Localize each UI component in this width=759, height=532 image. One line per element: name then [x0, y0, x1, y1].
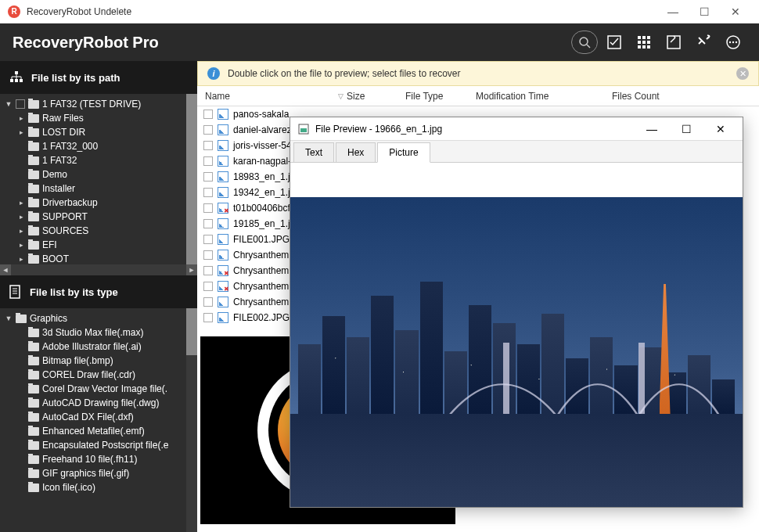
tree-item-label: BOOT: [42, 253, 69, 264]
info-close-button[interactable]: ✕: [736, 67, 749, 80]
tree-item[interactable]: ▸LOST DIR: [0, 125, 197, 139]
minimize-button[interactable]: —: [657, 0, 689, 23]
file-icon: [218, 156, 228, 167]
file-icon: [218, 250, 228, 261]
tab-text[interactable]: Text: [293, 142, 334, 162]
scroll-left-icon[interactable]: ◄: [0, 264, 11, 275]
tree-item[interactable]: ▸Driverbackup: [0, 196, 197, 210]
file-checkbox[interactable]: [203, 219, 213, 228]
file-name: 19185_en_1.jp: [233, 218, 295, 229]
tree-item[interactable]: Adobe Illustrator file(.ai): [0, 340, 197, 354]
preview-minimize-button[interactable]: —: [638, 118, 666, 140]
svg-rect-20: [20, 79, 23, 82]
col-name[interactable]: Name: [197, 86, 330, 106]
maximize-button[interactable]: ☐: [689, 0, 720, 23]
file-icon: [218, 312, 228, 323]
brand-title: RecoveryRobot Pro: [13, 34, 159, 52]
select-all-button[interactable]: [601, 29, 628, 56]
grid-view-button[interactable]: [631, 29, 657, 56]
column-headers[interactable]: Name ▽Size File Type Modification Time F…: [197, 86, 759, 106]
tree-item[interactable]: ▸BOOT: [0, 252, 197, 264]
tree-item[interactable]: Encapsulated Postscript file(.e: [0, 438, 197, 452]
tree-item[interactable]: 3d Studio Max file(.max): [0, 325, 197, 340]
file-checkbox[interactable]: [203, 266, 213, 275]
path-tree-header-label: File list by its path: [31, 72, 120, 84]
file-checkbox[interactable]: [203, 235, 213, 244]
preview-maximize-button[interactable]: ☐: [672, 118, 700, 140]
tree-item[interactable]: ▸EFI: [0, 238, 197, 252]
tree-item-label: 1 FAT32: [42, 155, 77, 166]
more-icon: [725, 34, 741, 50]
path-tree-hscroll[interactable]: ◄ ►: [0, 264, 197, 275]
more-button[interactable]: [720, 29, 746, 56]
file-checkbox[interactable]: [203, 250, 213, 260]
tree-item[interactable]: Icon file(.ico): [0, 480, 197, 494]
tab-picture[interactable]: Picture: [377, 142, 430, 163]
tree-item[interactable]: Corel Draw Vector Image file(.: [0, 382, 197, 396]
search-button[interactable]: [571, 31, 598, 54]
file-checkbox[interactable]: [203, 172, 213, 182]
file-name: FILE002.JPG: [233, 312, 290, 323]
folder-icon: [28, 185, 39, 193]
svg-point-16: [736, 41, 737, 43]
tree-item[interactable]: Bitmap file(.bmp): [0, 354, 197, 368]
col-files-count[interactable]: Files Count: [604, 86, 682, 106]
folder-icon: [28, 413, 39, 422]
tree-item[interactable]: 1 FAT32: [0, 153, 197, 167]
folder-icon: [28, 329, 39, 337]
tree-item[interactable]: ▼1 FAT32 (TEST DRIVE): [0, 97, 197, 111]
tree-item[interactable]: AutoCAD Drawing file(.dwg): [0, 396, 197, 410]
folder-icon: [28, 100, 39, 109]
recover-button[interactable]: [690, 29, 717, 56]
tree-item[interactable]: ▸SOURCES: [0, 224, 197, 238]
bridge-icon: [448, 343, 720, 420]
preview-close-button[interactable]: ✕: [707, 118, 735, 140]
app-logo-icon: R: [8, 5, 20, 18]
tree-item[interactable]: 1 FAT32_000: [0, 139, 197, 153]
path-tree[interactable]: ▼1 FAT32 (TEST DRIVE)▸Raw Files▸LOST DIR…: [0, 94, 197, 264]
col-modification[interactable]: Modification Time: [468, 86, 604, 106]
tree-item[interactable]: ▼Graphics: [0, 311, 197, 325]
file-checkbox[interactable]: [203, 188, 213, 197]
sort-icon: ▽: [338, 92, 344, 100]
tree-item-label: Enhanced Metafile(.emf): [42, 426, 145, 437]
folder-icon: [28, 199, 39, 207]
tree-item[interactable]: AutoCad DX File(.dxf): [0, 410, 197, 424]
folder-icon: [28, 128, 39, 137]
tree-item[interactable]: GIF graphics file(.gif): [0, 466, 197, 480]
tree-item-label: SUPPORT: [42, 211, 88, 222]
tree-item[interactable]: Enhanced Metafile(.emf): [0, 424, 197, 438]
file-checkbox[interactable]: [203, 110, 213, 119]
tree-item[interactable]: COREL Draw file(.cdr): [0, 368, 197, 382]
path-tree-scrollbar[interactable]: [186, 94, 197, 264]
tree-item-label: Raw Files: [42, 113, 84, 124]
tree-item[interactable]: Freehand 10 file(.fh11): [0, 452, 197, 466]
col-size[interactable]: ▽Size: [330, 86, 397, 106]
file-checkbox[interactable]: [203, 297, 213, 307]
tree-item[interactable]: Installer: [0, 182, 197, 196]
col-type[interactable]: File Type: [397, 86, 468, 106]
file-checkbox[interactable]: [203, 141, 213, 150]
file-checkbox[interactable]: [203, 282, 213, 291]
folder-icon: [28, 114, 39, 123]
tree-item-label: AutoCAD Drawing file(.dwg): [42, 397, 159, 408]
file-checkbox[interactable]: [203, 125, 213, 135]
recover-icon: [696, 34, 711, 50]
sidebar: File list by its path ▼1 FAT32 (TEST DRI…: [0, 61, 197, 532]
file-checkbox[interactable]: [203, 203, 213, 213]
type-tree-scrollbar[interactable]: [186, 308, 197, 532]
file-checkbox[interactable]: [203, 313, 213, 322]
close-button[interactable]: ✕: [720, 0, 751, 23]
tree-item[interactable]: ▸Raw Files: [0, 111, 197, 125]
tree-item[interactable]: Demo: [0, 167, 197, 182]
type-tree[interactable]: ▼Graphics3d Studio Max file(.max)Adobe I…: [0, 308, 197, 532]
save-list-button[interactable]: [660, 29, 687, 56]
file-icon: [218, 203, 228, 214]
scroll-right-icon[interactable]: ►: [186, 264, 197, 275]
file-preview-window: File Preview - 19666_en_1.jpg — ☐ ✕ Text…: [290, 117, 743, 508]
tree-item[interactable]: ▸SUPPORT: [0, 210, 197, 224]
tab-hex[interactable]: Hex: [336, 142, 376, 162]
folder-icon: [28, 213, 39, 221]
folder-icon: [28, 441, 39, 450]
file-checkbox[interactable]: [203, 156, 213, 166]
